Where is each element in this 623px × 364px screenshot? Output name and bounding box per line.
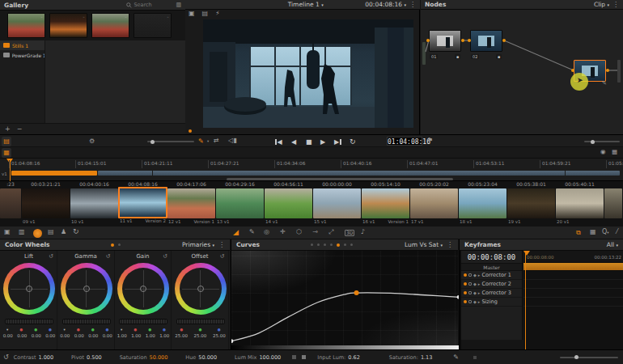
timeline-scrollbar[interactable] — [227, 178, 453, 180]
image-wipe-icon[interactable]: ▣ — [189, 11, 195, 17]
curves-icon[interactable]: ◢ — [233, 228, 239, 236]
viewer-zoom-slider[interactable] — [584, 141, 620, 142]
clip-thumbnail[interactable] — [70, 188, 118, 218]
corrector-node[interactable] — [470, 30, 502, 52]
keyframes-zoom-slider[interactable] — [560, 357, 618, 358]
node-output-dot[interactable] — [606, 69, 609, 72]
gallery-panel-toggle-icon[interactable]: ▥ — [176, 2, 181, 8]
adjust-value[interactable]: 1.000 — [38, 354, 53, 361]
clip-thumbnail[interactable] — [265, 188, 312, 218]
color-pen-tool-icon[interactable]: ✎ — [198, 138, 204, 145]
timeline-clip[interactable] — [604, 181, 622, 226]
wheel-crosshair[interactable] — [140, 286, 146, 292]
curve-point-icon[interactable] — [292, 355, 296, 359]
grid-view-icon[interactable]: ▤ — [202, 11, 209, 17]
adjust-lum-mix[interactable]: Lum Mix100.000 — [235, 354, 281, 361]
timeline-clip[interactable]: :23 — [0, 181, 21, 226]
wheel-master-slider[interactable] — [5, 319, 53, 324]
curve-line[interactable] — [231, 293, 459, 341]
wheel-value[interactable]: 25.00 — [175, 333, 188, 338]
adjust-value[interactable]: 100.000 — [259, 354, 281, 361]
keyframe-enable-dot[interactable] — [464, 282, 467, 286]
wheel-value[interactable]: 0.00 — [3, 333, 13, 338]
wheel-crosshair[interactable] — [83, 286, 90, 292]
node-output-dot[interactable] — [502, 39, 506, 42]
viewer-scrub-bar[interactable] — [185, 128, 420, 134]
wheel-value[interactable]: 0.00 — [103, 333, 112, 338]
lightbox-icon[interactable]: ▦ — [590, 229, 596, 235]
curves-page-dots[interactable] — [311, 243, 353, 247]
wheel-crosshair[interactable] — [26, 286, 32, 292]
clip-thumbnail[interactable] — [118, 187, 167, 218]
timeline-clip[interactable]: 00:04:08:1611 v1Version 2 — [119, 181, 167, 226]
clip-thumbnail[interactable] — [604, 188, 622, 218]
clip-thumbnail[interactable] — [507, 188, 555, 218]
keyframe-lane[interactable] — [523, 271, 623, 280]
clip-thumbnail[interactable] — [362, 188, 409, 218]
clip-thumbnail[interactable] — [410, 188, 458, 218]
clip-thumbnail[interactable] — [459, 188, 506, 218]
shuffle-icon[interactable]: ⇄ — [214, 138, 219, 144]
timeline-ruler[interactable]: v1 01:04:08:1601:04:15:0101:04:21:1101:0… — [0, 159, 623, 181]
keyframe-diamond-icon[interactable]: ◆ — [473, 299, 477, 304]
tracker-icon[interactable]: ✛ — [280, 229, 286, 235]
play-button[interactable]: ▶ — [320, 138, 325, 146]
timeline-clip[interactable]: 00:05:20:0217 v1 — [410, 181, 458, 226]
lum-vs-sat-curve[interactable] — [231, 251, 459, 345]
node-input-dot[interactable] — [426, 39, 430, 42]
refresh-icon[interactable]: ↻ — [73, 228, 79, 235]
reset-adjust-icon[interactable]: ↺ — [3, 354, 9, 361]
curves-page-dot[interactable] — [311, 243, 313, 246]
adjust-value[interactable]: 50.000 — [198, 354, 217, 361]
viewer-options-icon[interactable]: ⋮ — [409, 2, 416, 8]
qualifier-icon[interactable]: ✎ — [249, 229, 255, 235]
wheel-value[interactable]: 0.00 — [32, 333, 41, 338]
node-edit-pencil-icon[interactable]: ✎ — [602, 81, 607, 87]
still-car-2[interactable]: ◦ — [91, 13, 129, 38]
step-icon[interactable]: ◁▮ — [228, 138, 237, 144]
wheel-value[interactable]: 25.00 — [213, 333, 226, 338]
keyframes-mode-select[interactable]: All ▾ — [607, 241, 618, 248]
node-lock-icon[interactable]: ▪ — [455, 54, 460, 59]
stereo-3d-icon[interactable]: 3D — [345, 230, 354, 236]
keyframe-lane[interactable] — [523, 280, 623, 289]
settings-gear-icon[interactable]: ⚙ — [89, 138, 95, 145]
timeline-clip[interactable]: 00:04:17:0612 v1Version 1 — [167, 181, 215, 226]
remove-still-button[interactable]: − — [17, 126, 23, 133]
node-lock-icon[interactable]: ▪ — [496, 54, 502, 59]
keyframes-master-row[interactable] — [523, 263, 623, 271]
clip-thumbnail[interactable] — [216, 188, 264, 218]
nodes-mode-select[interactable]: Clip ▾ — [594, 1, 609, 8]
wheel-master-slider[interactable] — [62, 319, 111, 324]
timeline-mode-icon[interactable]: ▤ — [2, 137, 11, 146]
viewer-video[interactable] — [203, 19, 413, 128]
gallery-search-input[interactable] — [134, 2, 176, 9]
keyframes-zoom-thumb[interactable] — [574, 355, 578, 359]
adjust-pivot[interactable]: Pivot0.500 — [71, 354, 102, 361]
still-fire[interactable]: ◦ — [49, 13, 87, 38]
wheels-mode-select[interactable]: Primaries ▾ — [182, 241, 214, 248]
rgb-mixer-icon[interactable]: ▤ — [48, 229, 54, 235]
wheel-reset-icon[interactable]: ↺ — [106, 253, 111, 260]
wheel-reset-icon[interactable]: ↺ — [49, 253, 53, 260]
timeline-clip[interactable]: 00:05:14:1016 v1Version 1 — [362, 181, 409, 226]
node-input-dot[interactable] — [468, 39, 471, 42]
keyframes-footer-icon[interactable] — [473, 356, 477, 359]
lock-icon[interactable] — [468, 282, 472, 286]
enhance-wand-icon[interactable]: ⚡ — [215, 11, 220, 17]
corrector-node[interactable] — [429, 30, 461, 52]
viewer-timeline-select[interactable]: Timeline 1 ▾ — [288, 1, 324, 8]
next-clip-button[interactable]: ▶ — [334, 138, 341, 146]
mic-icon[interactable]: ♪ — [361, 229, 365, 235]
viewer-timecode-display[interactable]: 00:04:08:16 ▾ — [365, 1, 406, 8]
pen-tool-caret-icon[interactable]: ▾ — [207, 139, 209, 143]
keyframe-track-corrector-3[interactable]: ◆▸Corrector 3 — [461, 289, 522, 298]
curve-graph[interactable] — [231, 251, 458, 349]
wheel-reset-icon[interactable]: ↺ — [220, 253, 225, 260]
expand-caret-icon[interactable]: ▸ — [478, 290, 481, 295]
track-clip-range[interactable] — [98, 171, 620, 176]
keyframe-diamond-icon[interactable]: ◆ — [473, 290, 477, 295]
gallery-album-stills[interactable]: Stills 1 — [0, 40, 44, 50]
clip-thumbnail[interactable] — [167, 188, 215, 218]
wheel-value[interactable]: 1.00 — [159, 333, 169, 338]
